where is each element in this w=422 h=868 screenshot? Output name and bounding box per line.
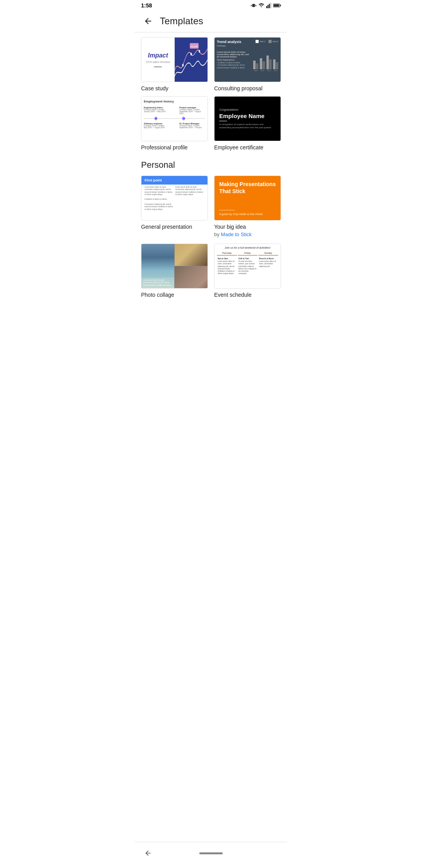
svg-rect-1 <box>252 5 252 6</box>
status-time: 1:58 <box>141 2 152 9</box>
template-card-event[interactable]: Join us for a full weekend of activities… <box>214 244 281 299</box>
status-icons <box>250 2 281 9</box>
template-thumb-bigidea: Making Presentations That Stick A guide … <box>214 176 281 221</box>
template-label-general: General presentation <box>141 224 208 230</box>
template-card-profile[interactable]: Employment history Engineering Intern Co… <box>141 96 208 152</box>
svg-rect-2 <box>255 5 256 6</box>
vibrate-icon <box>250 2 257 9</box>
svg-rect-3 <box>251 5 251 6</box>
template-thumb-general: First point Lorem ipsum dolor sit amet, … <box>141 176 208 221</box>
svg-rect-4 <box>256 5 256 6</box>
template-label-consulting: Consulting proposal <box>214 85 281 91</box>
template-card-bigidea[interactable]: Making Presentations That Stick A guide … <box>214 176 281 237</box>
template-grid-4: Lorem ipsum dolor sit amet, consectetur … <box>141 244 281 299</box>
page-title: Templates <box>160 16 203 27</box>
template-card-certificate[interactable]: Congratulations Employee Name In recogni… <box>214 96 281 152</box>
template-card-consulting[interactable]: Trend analysis Findings Item 1 Item 2 <box>214 37 281 93</box>
template-grid-1: Impact XX% sales increase max grow <box>141 37 281 93</box>
template-label-bigidea: Your big idea <box>214 224 281 230</box>
template-card-photo[interactable]: Lorem ipsum dolor sit amet, consectetur … <box>141 244 208 299</box>
svg-point-13 <box>190 53 192 56</box>
template-grid-2: Employment history Engineering Intern Co… <box>141 96 281 152</box>
template-thumb-case-study: Impact XX% sales increase max grow <box>141 37 208 82</box>
svg-text:max growth: max growth <box>190 45 197 48</box>
template-sublabel-bigidea: by Made to Stick <box>214 231 281 237</box>
template-card-general[interactable]: First point Lorem ipsum dolor sit amet, … <box>141 176 208 237</box>
svg-rect-6 <box>268 5 269 8</box>
template-thumb-photo: Lorem ipsum dolor sit amet, consectetur … <box>141 244 208 289</box>
template-label-photo: Photo collage <box>141 292 208 298</box>
topbar: Templates <box>135 10 287 32</box>
battery-icon <box>273 3 281 8</box>
status-bar: 1:58 <box>135 0 287 10</box>
template-thumb-certificate: Congratulations Employee Name In recogni… <box>214 96 281 141</box>
svg-point-14 <box>198 50 200 53</box>
template-thumb-event: Join us for a full weekend of activities… <box>214 244 281 289</box>
svg-point-12 <box>182 64 184 66</box>
template-card-case-study[interactable]: Impact XX% sales increase max grow <box>141 37 208 93</box>
signal-icon <box>266 2 272 9</box>
template-label-case-study: Case study <box>141 85 208 91</box>
svg-rect-8 <box>270 3 272 8</box>
svg-rect-10 <box>274 4 279 7</box>
template-thumb-consulting: Trend analysis Findings Item 1 Item 2 <box>214 37 281 82</box>
svg-rect-7 <box>269 4 270 8</box>
svg-rect-11 <box>280 5 281 6</box>
wifi-icon <box>258 2 265 9</box>
template-thumb-profile: Employment history Engineering Intern Co… <box>141 96 208 141</box>
made-to-stick-link[interactable]: Made to Stick <box>221 231 252 237</box>
content: Impact XX% sales increase max grow <box>135 32 287 334</box>
template-label-certificate: Employee certificate <box>214 144 281 151</box>
back-button[interactable] <box>141 14 155 28</box>
template-grid-3: First point Lorem ipsum dolor sit amet, … <box>141 176 281 237</box>
svg-rect-5 <box>266 6 267 8</box>
svg-rect-0 <box>252 4 255 7</box>
template-label-profile: Professional profile <box>141 144 208 151</box>
template-label-event: Event schedule <box>214 292 281 298</box>
section-heading-personal: Personal <box>141 160 281 170</box>
